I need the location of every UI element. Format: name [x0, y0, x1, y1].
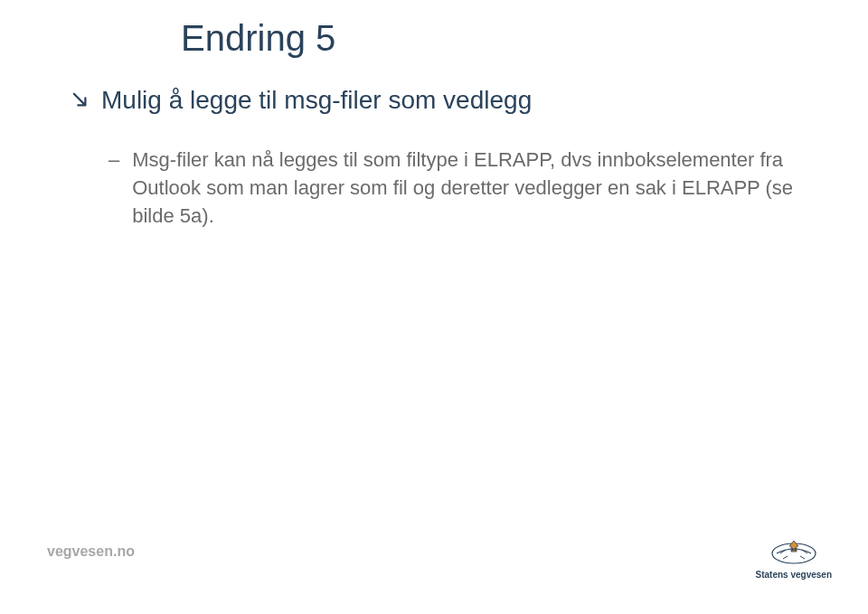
svg-rect-1 [791, 548, 793, 551]
slide-title: Endring 5 [181, 18, 335, 59]
svg-rect-2 [794, 548, 796, 551]
main-bullet-item: Mulig å legge til msg-filer som vedlegg [72, 86, 532, 115]
dash-bullet-icon: – [108, 146, 119, 175]
main-bullet-text: Mulig å legge til msg-filer som vedlegg [101, 86, 532, 115]
vegvesen-logo-icon [769, 537, 818, 566]
footer-website: vegvesen.no [47, 543, 135, 560]
arrow-bullet-icon [72, 92, 89, 109]
sub-bullet-item: – Msg-filer kan nå legges til som filtyp… [108, 146, 814, 230]
sub-bullet-text: Msg-filer kan nå legges til som filtype … [132, 146, 814, 230]
footer-org-name: Statens vegvesen [756, 570, 833, 580]
footer-logo-area: Statens vegvesen [756, 537, 833, 580]
